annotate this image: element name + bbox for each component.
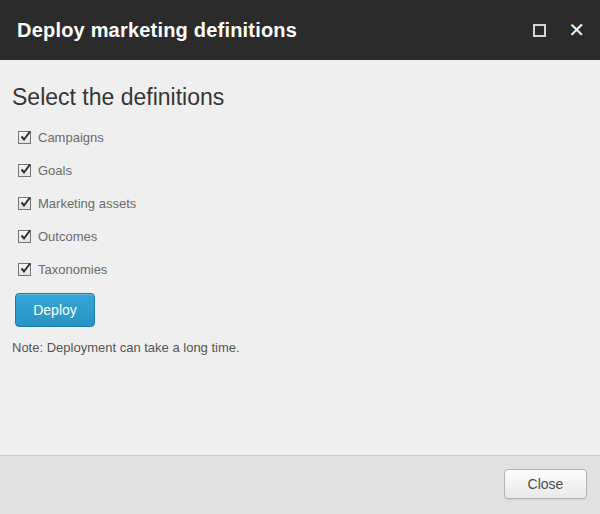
checkbox-row[interactable]: Campaigns <box>18 121 136 154</box>
note-text: Note: Deployment can take a long time. <box>12 340 240 355</box>
checkbox-label: Goals <box>38 163 72 178</box>
page-title: Select the definitions <box>12 84 224 111</box>
close-icon[interactable]: ✕ <box>568 20 585 40</box>
checkbox[interactable] <box>18 164 31 177</box>
checkmark-icon <box>19 229 32 242</box>
checkbox-row[interactable]: Outcomes <box>18 220 136 253</box>
checkbox-row[interactable]: Taxonomies <box>18 253 136 286</box>
checkbox[interactable] <box>18 197 31 210</box>
checkmark-icon <box>19 163 32 176</box>
checkbox[interactable] <box>18 131 31 144</box>
definitions-list: Campaigns Goals Marketing assets <box>18 121 136 286</box>
checkbox-label: Campaigns <box>38 130 104 145</box>
checkbox-label: Taxonomies <box>38 262 107 277</box>
checkbox-label: Marketing assets <box>38 196 136 211</box>
checkmark-icon <box>19 196 32 209</box>
deploy-dialog: Deploy marketing definitions ✕ Select th… <box>0 0 600 514</box>
checkbox-row[interactable]: Goals <box>18 154 136 187</box>
checkbox-row[interactable]: Marketing assets <box>18 187 136 220</box>
checkbox-label: Outcomes <box>38 229 97 244</box>
dialog-header: Deploy marketing definitions ✕ <box>0 0 600 60</box>
checkmark-icon <box>19 262 32 275</box>
dialog-title: Deploy marketing definitions <box>17 19 533 42</box>
close-button[interactable]: Close <box>504 469 587 499</box>
checkbox[interactable] <box>18 230 31 243</box>
dialog-footer: Close <box>0 455 600 514</box>
deploy-button[interactable]: Deploy <box>15 293 95 327</box>
checkbox[interactable] <box>18 263 31 276</box>
window-controls: ✕ <box>533 20 585 40</box>
maximize-icon[interactable] <box>533 24 546 37</box>
checkmark-icon <box>19 130 32 143</box>
